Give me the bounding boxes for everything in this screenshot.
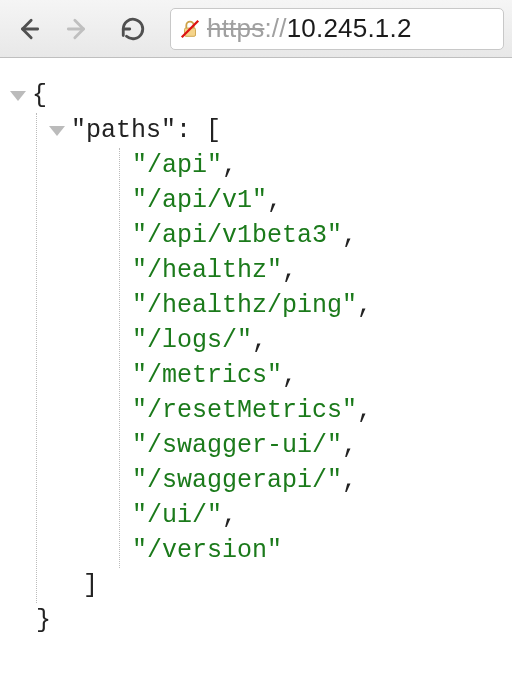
url-host: 10.245.1.2 xyxy=(287,13,412,43)
colon: : xyxy=(176,113,206,148)
reload-button[interactable] xyxy=(112,8,154,50)
json-string-value: "/api" xyxy=(132,148,222,183)
comma: , xyxy=(342,463,357,498)
comma: , xyxy=(222,498,237,533)
json-string-entry: "/swaggerapi/", xyxy=(132,463,502,498)
json-string-value: "/healthz/ping" xyxy=(132,288,357,323)
json-string-entry: "/swagger-ui/", xyxy=(132,428,502,463)
json-string-entry: "/api/v1", xyxy=(132,183,502,218)
comma: , xyxy=(222,148,237,183)
address-bar[interactable]: https://10.245.1.2 xyxy=(170,8,504,50)
json-string-entry: "/resetMetrics", xyxy=(132,393,502,428)
json-string-entry: "/version" xyxy=(132,533,502,568)
bracket-open: [ xyxy=(206,113,221,148)
json-string-value: "/api/v1beta3" xyxy=(132,218,342,253)
url-protocol: https xyxy=(207,13,264,43)
json-string-value: "/ui/" xyxy=(132,498,222,533)
comma: , xyxy=(267,183,282,218)
brace-open: { xyxy=(32,78,47,113)
comma: , xyxy=(357,393,372,428)
disclosure-triangle-icon[interactable] xyxy=(10,91,26,101)
forward-button[interactable] xyxy=(56,8,98,50)
json-string-entry: "/ui/", xyxy=(132,498,502,533)
json-string-entry: "/healthz", xyxy=(132,253,502,288)
disclosure-triangle-icon[interactable] xyxy=(49,126,65,136)
json-string-entry: "/api/v1beta3", xyxy=(132,218,502,253)
json-string-value: "/swaggerapi/" xyxy=(132,463,342,498)
bracket-close: ] xyxy=(83,568,98,603)
comma: , xyxy=(357,288,372,323)
json-string-entry: "/logs/", xyxy=(132,323,502,358)
json-string-value: "/api/v1" xyxy=(132,183,267,218)
json-string-value: "/metrics" xyxy=(132,358,282,393)
brace-close: } xyxy=(36,603,51,638)
browser-toolbar: https://10.245.1.2 xyxy=(0,0,512,58)
comma: , xyxy=(282,253,297,288)
comma: , xyxy=(282,358,297,393)
back-button[interactable] xyxy=(8,8,50,50)
comma: , xyxy=(252,323,267,358)
json-string-value: "/swagger-ui/" xyxy=(132,428,342,463)
json-string-value: "/healthz" xyxy=(132,253,282,288)
json-string-value: "/version" xyxy=(132,533,282,568)
json-string-entry: "/healthz/ping", xyxy=(132,288,502,323)
json-string-entry: "/api", xyxy=(132,148,502,183)
url-text: https://10.245.1.2 xyxy=(207,13,412,44)
comma: , xyxy=(342,218,357,253)
json-viewer: { "paths": [ "/api","/api/v1","/api/v1be… xyxy=(0,58,512,658)
json-string-entry: "/metrics", xyxy=(132,358,502,393)
json-string-value: "/logs/" xyxy=(132,323,252,358)
comma: , xyxy=(342,428,357,463)
url-slashes: :// xyxy=(264,13,286,43)
json-array-entries: "/api","/api/v1","/api/v1beta3","/health… xyxy=(119,148,502,568)
json-string-value: "/resetMetrics" xyxy=(132,393,357,428)
insecure-lock-icon xyxy=(179,18,201,40)
json-key-paths: "paths" xyxy=(71,113,176,148)
